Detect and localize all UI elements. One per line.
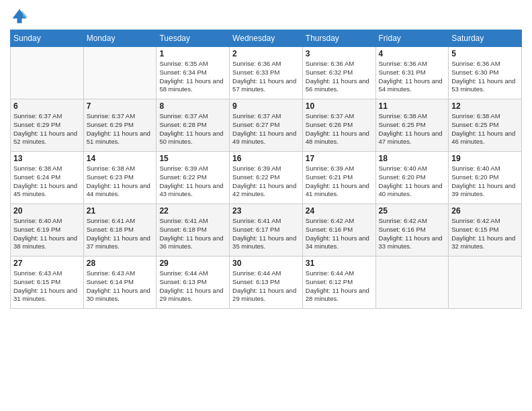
day-info: Sunrise: 6:36 AMSunset: 6:33 PMDaylight:… bbox=[232, 60, 300, 94]
calendar-cell: 26Sunrise: 6:42 AMSunset: 6:15 PMDayligh… bbox=[449, 204, 522, 257]
calendar-cell: 12Sunrise: 6:38 AMSunset: 6:25 PMDayligh… bbox=[449, 99, 522, 152]
day-number: 18 bbox=[379, 154, 446, 163]
day-number: 23 bbox=[232, 206, 300, 216]
calendar-cell: 5Sunrise: 6:36 AMSunset: 6:30 PMDaylight… bbox=[449, 47, 522, 99]
calendar-cell: 20Sunrise: 6:40 AMSunset: 6:19 PMDayligh… bbox=[11, 204, 84, 257]
calendar-week-row: 1Sunrise: 6:35 AMSunset: 6:34 PMDaylight… bbox=[11, 47, 522, 99]
day-number: 20 bbox=[13, 206, 81, 216]
day-number: 16 bbox=[232, 154, 300, 163]
day-info: Sunrise: 6:38 AMSunset: 6:25 PMDaylight:… bbox=[451, 112, 519, 146]
calendar-cell: 23Sunrise: 6:41 AMSunset: 6:17 PMDayligh… bbox=[230, 204, 303, 257]
calendar-cell: 31Sunrise: 6:44 AMSunset: 6:12 PMDayligh… bbox=[302, 257, 375, 309]
day-info: Sunrise: 6:41 AMSunset: 6:18 PMDaylight:… bbox=[159, 217, 226, 251]
calendar-cell: 11Sunrise: 6:38 AMSunset: 6:25 PMDayligh… bbox=[375, 99, 449, 152]
calendar-cell bbox=[375, 257, 449, 309]
calendar-cell bbox=[83, 47, 157, 99]
calendar-cell: 28Sunrise: 6:43 AMSunset: 6:14 PMDayligh… bbox=[83, 257, 157, 309]
day-number: 26 bbox=[451, 206, 519, 216]
day-number: 22 bbox=[159, 206, 226, 216]
day-number: 7 bbox=[87, 101, 154, 111]
day-info: Sunrise: 6:37 AMSunset: 6:26 PMDaylight:… bbox=[306, 112, 373, 146]
calendar-cell bbox=[11, 47, 84, 99]
calendar-cell: 22Sunrise: 6:41 AMSunset: 6:18 PMDayligh… bbox=[157, 204, 230, 257]
calendar-week-row: 13Sunrise: 6:38 AMSunset: 6:24 PMDayligh… bbox=[11, 152, 522, 204]
day-number: 13 bbox=[13, 154, 81, 163]
calendar-cell: 4Sunrise: 6:36 AMSunset: 6:31 PMDaylight… bbox=[375, 47, 449, 99]
calendar-day-header: Sunday bbox=[11, 30, 84, 47]
day-number: 8 bbox=[159, 101, 226, 111]
logo bbox=[10, 7, 32, 26]
calendar-cell: 24Sunrise: 6:42 AMSunset: 6:16 PMDayligh… bbox=[302, 204, 375, 257]
day-info: Sunrise: 6:44 AMSunset: 6:13 PMDaylight:… bbox=[232, 269, 300, 304]
calendar-week-row: 27Sunrise: 6:43 AMSunset: 6:15 PMDayligh… bbox=[11, 257, 522, 309]
calendar-cell: 1Sunrise: 6:35 AMSunset: 6:34 PMDaylight… bbox=[157, 47, 230, 99]
calendar-day-header: Saturday bbox=[449, 30, 522, 47]
day-info: Sunrise: 6:41 AMSunset: 6:18 PMDaylight:… bbox=[87, 217, 154, 251]
calendar-cell: 21Sunrise: 6:41 AMSunset: 6:18 PMDayligh… bbox=[83, 204, 157, 257]
day-info: Sunrise: 6:36 AMSunset: 6:30 PMDaylight:… bbox=[451, 60, 519, 94]
calendar-cell: 16Sunrise: 6:39 AMSunset: 6:22 PMDayligh… bbox=[230, 152, 303, 204]
day-info: Sunrise: 6:36 AMSunset: 6:31 PMDaylight:… bbox=[379, 60, 446, 94]
calendar-day-header: Wednesday bbox=[230, 30, 303, 47]
day-number: 14 bbox=[87, 154, 154, 163]
day-number: 24 bbox=[306, 206, 373, 216]
calendar-cell: 17Sunrise: 6:39 AMSunset: 6:21 PMDayligh… bbox=[302, 152, 375, 204]
calendar-cell: 8Sunrise: 6:37 AMSunset: 6:28 PMDaylight… bbox=[157, 99, 230, 152]
day-info: Sunrise: 6:37 AMSunset: 6:27 PMDaylight:… bbox=[232, 112, 300, 146]
day-info: Sunrise: 6:42 AMSunset: 6:16 PMDaylight:… bbox=[379, 217, 446, 251]
day-number: 3 bbox=[306, 49, 373, 58]
calendar-day-header: Monday bbox=[83, 30, 157, 47]
calendar-cell: 9Sunrise: 6:37 AMSunset: 6:27 PMDaylight… bbox=[230, 99, 303, 152]
day-number: 5 bbox=[451, 49, 519, 58]
day-info: Sunrise: 6:39 AMSunset: 6:22 PMDaylight:… bbox=[159, 165, 226, 199]
calendar-cell: 10Sunrise: 6:37 AMSunset: 6:26 PMDayligh… bbox=[302, 99, 375, 152]
calendar-cell: 27Sunrise: 6:43 AMSunset: 6:15 PMDayligh… bbox=[11, 257, 84, 309]
day-number: 12 bbox=[451, 101, 519, 111]
generalblue-logo-icon bbox=[10, 7, 29, 26]
day-number: 4 bbox=[379, 49, 446, 58]
calendar-cell: 3Sunrise: 6:36 AMSunset: 6:32 PMDaylight… bbox=[302, 47, 375, 99]
day-number: 21 bbox=[87, 206, 154, 216]
day-info: Sunrise: 6:35 AMSunset: 6:34 PMDaylight:… bbox=[159, 60, 226, 94]
calendar-cell: 7Sunrise: 6:37 AMSunset: 6:29 PMDaylight… bbox=[83, 99, 157, 152]
day-number: 19 bbox=[451, 154, 519, 163]
day-info: Sunrise: 6:36 AMSunset: 6:32 PMDaylight:… bbox=[306, 60, 373, 94]
day-info: Sunrise: 6:44 AMSunset: 6:13 PMDaylight:… bbox=[159, 269, 226, 304]
calendar-day-header: Friday bbox=[375, 30, 449, 47]
day-info: Sunrise: 6:41 AMSunset: 6:17 PMDaylight:… bbox=[232, 217, 300, 251]
day-info: Sunrise: 6:40 AMSunset: 6:19 PMDaylight:… bbox=[13, 217, 81, 251]
day-number: 30 bbox=[232, 259, 300, 268]
calendar-cell bbox=[449, 257, 522, 309]
day-number: 17 bbox=[306, 154, 373, 163]
day-number: 9 bbox=[232, 101, 300, 111]
calendar-cell: 14Sunrise: 6:38 AMSunset: 6:23 PMDayligh… bbox=[83, 152, 157, 204]
day-number: 15 bbox=[159, 154, 226, 163]
calendar-cell: 15Sunrise: 6:39 AMSunset: 6:22 PMDayligh… bbox=[157, 152, 230, 204]
day-info: Sunrise: 6:42 AMSunset: 6:16 PMDaylight:… bbox=[306, 217, 373, 251]
day-number: 28 bbox=[87, 259, 154, 268]
calendar-day-header: Thursday bbox=[302, 30, 375, 47]
day-number: 11 bbox=[379, 101, 446, 111]
day-number: 1 bbox=[159, 49, 226, 58]
day-info: Sunrise: 6:40 AMSunset: 6:20 PMDaylight:… bbox=[379, 165, 446, 199]
day-number: 10 bbox=[306, 101, 373, 111]
calendar-cell: 18Sunrise: 6:40 AMSunset: 6:20 PMDayligh… bbox=[375, 152, 449, 204]
calendar-week-row: 6Sunrise: 6:37 AMSunset: 6:29 PMDaylight… bbox=[11, 99, 522, 152]
day-info: Sunrise: 6:43 AMSunset: 6:15 PMDaylight:… bbox=[13, 269, 81, 304]
day-info: Sunrise: 6:37 AMSunset: 6:28 PMDaylight:… bbox=[159, 112, 226, 146]
calendar-week-row: 20Sunrise: 6:40 AMSunset: 6:19 PMDayligh… bbox=[11, 204, 522, 257]
day-number: 25 bbox=[379, 206, 446, 216]
day-number: 2 bbox=[232, 49, 300, 58]
day-info: Sunrise: 6:38 AMSunset: 6:23 PMDaylight:… bbox=[87, 165, 154, 199]
calendar-cell: 6Sunrise: 6:37 AMSunset: 6:29 PMDaylight… bbox=[11, 99, 84, 152]
day-info: Sunrise: 6:43 AMSunset: 6:14 PMDaylight:… bbox=[87, 269, 154, 304]
calendar-cell: 13Sunrise: 6:38 AMSunset: 6:24 PMDayligh… bbox=[11, 152, 84, 204]
calendar-cell: 29Sunrise: 6:44 AMSunset: 6:13 PMDayligh… bbox=[157, 257, 230, 309]
day-number: 27 bbox=[13, 259, 81, 268]
calendar-table: SundayMondayTuesdayWednesdayThursdayFrid… bbox=[10, 30, 522, 309]
day-info: Sunrise: 6:38 AMSunset: 6:24 PMDaylight:… bbox=[13, 165, 81, 199]
calendar-cell: 30Sunrise: 6:44 AMSunset: 6:13 PMDayligh… bbox=[230, 257, 303, 309]
day-number: 31 bbox=[306, 259, 373, 268]
calendar-cell: 2Sunrise: 6:36 AMSunset: 6:33 PMDaylight… bbox=[230, 47, 303, 99]
day-info: Sunrise: 6:39 AMSunset: 6:21 PMDaylight:… bbox=[306, 165, 373, 199]
